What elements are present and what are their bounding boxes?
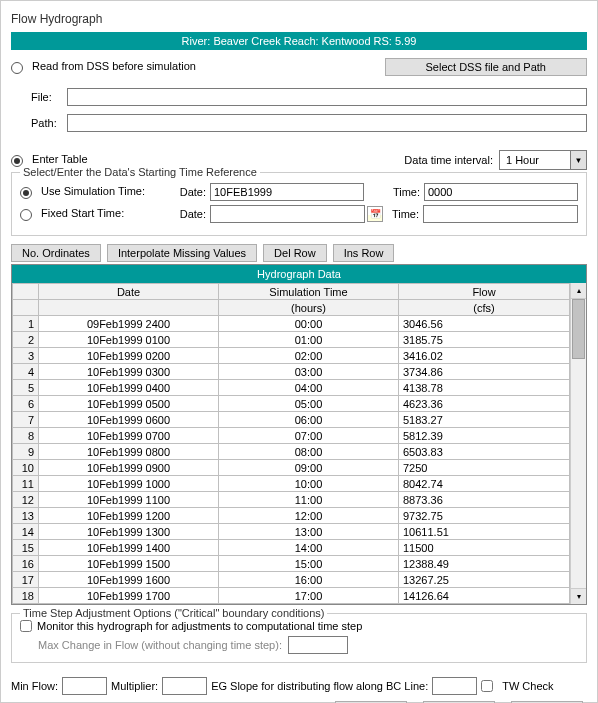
time-step-adjustment-group: Time Step Adjustment Options ("Critical"…	[11, 613, 587, 663]
path-input[interactable]	[67, 114, 587, 132]
table-row[interactable]: 6 10Feb1999 0500 05:00 4623.36	[13, 396, 570, 412]
table-row[interactable]: 13 10Feb1999 1200 12:00 9732.75	[13, 508, 570, 524]
table-row[interactable]: 5 10Feb1999 0400 04:00 4138.78	[13, 380, 570, 396]
table-row[interactable]: 17 10Feb1999 1600 16:00 13267.25	[13, 572, 570, 588]
tw-check-label: TW Check	[502, 680, 553, 692]
radio-icon	[11, 62, 23, 74]
table-row[interactable]: 7 10Feb1999 0600 06:00 5183.27	[13, 412, 570, 428]
monitor-checkbox[interactable]: Monitor this hydrograph for adjustments …	[20, 620, 578, 632]
max-change-label: Max Change in Flow (without changing tim…	[38, 639, 282, 651]
table-row[interactable]: 18 10Feb1999 1700 17:00 14126.64	[13, 588, 570, 604]
chevron-down-icon: ▼	[570, 151, 586, 169]
table-row[interactable]: 3 10Feb1999 0200 02:00 3416.02	[13, 348, 570, 364]
use-simulation-time-radio[interactable]: Use Simulation Time:	[20, 185, 160, 198]
hydrograph-table[interactable]: Date Simulation Time Flow (hours) (cfs) …	[12, 283, 570, 604]
sim-date-input[interactable]	[210, 183, 364, 201]
ins-row-button[interactable]: Ins Row	[333, 244, 395, 262]
multiplier-label: Multiplier:	[111, 680, 158, 692]
window-title: Flow Hydrograph	[1, 1, 597, 32]
no-ordinates-button[interactable]: No. Ordinates	[11, 244, 101, 262]
fixed-start-time-radio[interactable]: Fixed Start Time:	[20, 207, 160, 220]
table-row[interactable]: 1 09Feb1999 2400 00:00 3046.56	[13, 316, 570, 332]
table-row[interactable]: 9 10Feb1999 0800 08:00 6503.83	[13, 444, 570, 460]
table-row[interactable]: 15 10Feb1999 1400 14:00 11500	[13, 540, 570, 556]
multiplier-input[interactable]	[162, 677, 207, 695]
scroll-thumb[interactable]	[572, 299, 585, 359]
file-input[interactable]	[67, 88, 587, 106]
calendar-icon[interactable]: 📅	[367, 206, 383, 222]
eg-slope-input[interactable]	[432, 677, 477, 695]
interpolate-button[interactable]: Interpolate Missing Values	[107, 244, 257, 262]
radio-icon	[20, 209, 32, 221]
file-label: File:	[31, 91, 67, 103]
starting-time-reference-group: Select/Enter the Data's Starting Time Re…	[11, 172, 587, 236]
enter-table-radio[interactable]: Enter Table	[11, 153, 88, 166]
fixed-date-input[interactable]	[210, 205, 365, 223]
flow-hydrograph-dialog: Flow Hydrograph River: Beaver Creek Reac…	[0, 0, 598, 703]
select-dss-button[interactable]: Select DSS file and Path	[385, 58, 587, 76]
path-label: Path:	[31, 117, 67, 129]
min-flow-input[interactable]	[62, 677, 107, 695]
read-dss-radio[interactable]: Read from DSS before simulation	[11, 60, 196, 73]
table-row[interactable]: 4 10Feb1999 0300 03:00 3734.86	[13, 364, 570, 380]
fixed-time-input[interactable]	[423, 205, 578, 223]
min-flow-label: Min Flow:	[11, 680, 58, 692]
radio-icon	[11, 155, 23, 167]
max-change-input	[288, 636, 348, 654]
table-row[interactable]: 10 10Feb1999 0900 09:00 7250	[13, 460, 570, 476]
table-row[interactable]: 2 10Feb1999 0100 01:00 3185.75	[13, 332, 570, 348]
data-time-interval-dropdown[interactable]: 1 Hour ▼	[499, 150, 587, 170]
eg-slope-label: EG Slope for distributing flow along BC …	[211, 680, 428, 692]
table-row[interactable]: 14 10Feb1999 1300 13:00 10611.51	[13, 524, 570, 540]
data-time-interval-label: Data time interval:	[404, 154, 493, 166]
table-row[interactable]: 16 10Feb1999 1500 15:00 12388.49	[13, 556, 570, 572]
table-row[interactable]: 8 10Feb1999 0700 07:00 5812.39	[13, 428, 570, 444]
sim-time-input[interactable]	[424, 183, 578, 201]
radio-icon	[20, 187, 32, 199]
table-row[interactable]: 11 10Feb1999 1000 10:00 8042.74	[13, 476, 570, 492]
vertical-scrollbar[interactable]: ▴ ▾	[570, 283, 586, 604]
location-banner: River: Beaver Creek Reach: Kentwood RS: …	[11, 32, 587, 50]
del-row-button[interactable]: Del Row	[263, 244, 327, 262]
scroll-down-icon[interactable]: ▾	[571, 588, 586, 604]
tw-check-checkbox[interactable]	[481, 680, 493, 692]
scroll-up-icon[interactable]: ▴	[571, 283, 586, 299]
hydrograph-grid: Hydrograph Data Date Simulation Time Flo…	[11, 264, 587, 605]
table-row[interactable]: 12 10Feb1999 1100 11:00 8873.36	[13, 492, 570, 508]
